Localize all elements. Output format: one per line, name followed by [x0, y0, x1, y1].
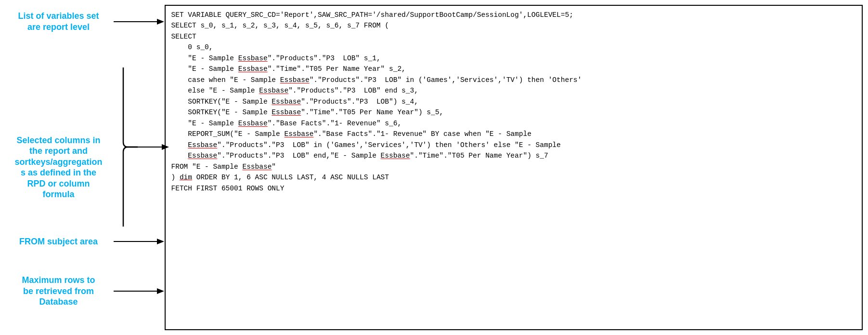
code-line-11: "E - Sample Essbase"."Base Facts"."1- Re…: [171, 118, 856, 129]
code-line-10: SORTKEY("E - Sample Essbase"."Time"."T05…: [171, 107, 856, 118]
code-line-5: "E - Sample Essbase"."Products"."P3 LOB"…: [171, 53, 856, 64]
svg-marker-1: [157, 19, 164, 25]
annotation-columns-text: Selected columns in the report and sortk…: [6, 96, 112, 200]
brace-columns: [114, 67, 169, 228]
code-line-7: case when "E - Sample Essbase"."Products…: [171, 75, 856, 85]
annotation-variables: List of variables set are report level: [6, 11, 164, 32]
code-line-8: else "E - Sample Essbase"."Products"."P3…: [171, 85, 856, 96]
annotation-variables-text: List of variables set are report level: [6, 11, 112, 32]
code-line-3: SELECT: [171, 31, 856, 42]
code-line-16: ) dim ORDER BY 1, 6 ASC NULLS LAST, 4 AS…: [171, 172, 856, 183]
code-line-13: Essbase"."Products"."P3 LOB" in ('Games'…: [171, 140, 856, 150]
arrow-maxrows: [114, 286, 164, 296]
code-panel: SET VARIABLE QUERY_SRC_CD='Report',SAW_S…: [165, 5, 863, 330]
annotations-panel: List of variables set are report level S…: [6, 5, 165, 330]
code-line-2: SELECT s_0, s_1, s_2, s_3, s_4, s_5, s_6…: [171, 20, 856, 31]
annotation-from-text: FROM subject area: [6, 236, 112, 247]
svg-marker-3: [162, 144, 169, 150]
code-line-15: FROM "E - Sample Essbase": [171, 161, 856, 172]
main-container: List of variables set are report level S…: [6, 5, 863, 330]
svg-marker-5: [157, 239, 164, 244]
code-line-9: SORTKEY("E - Sample Essbase"."Products".…: [171, 96, 856, 107]
code-line-6: "E - Sample Essbase"."Time"."T05 Per Nam…: [171, 64, 856, 74]
annotation-maxrows-text: Maximum rows to be retrieved from Databa…: [6, 275, 112, 308]
code-line-14: Essbase"."Products"."P3 LOB" end,"E - Sa…: [171, 150, 856, 161]
svg-marker-7: [157, 288, 164, 294]
annotation-maxrows: Maximum rows to be retrieved from Databa…: [6, 275, 164, 308]
code-line-4: 0 s_0,: [171, 42, 856, 53]
code-line-17: FETCH FIRST 65001 ROWS ONLY: [171, 183, 856, 194]
annotation-from: FROM subject area: [6, 236, 164, 247]
code-line-12: REPORT_SUM("E - Sample Essbase"."Base Fa…: [171, 129, 856, 139]
arrow-variables: [114, 17, 164, 27]
code-line-1: SET VARIABLE QUERY_SRC_CD='Report',SAW_S…: [171, 10, 856, 20]
arrow-from: [114, 237, 164, 246]
annotation-columns: Selected columns in the report and sortk…: [6, 67, 169, 228]
